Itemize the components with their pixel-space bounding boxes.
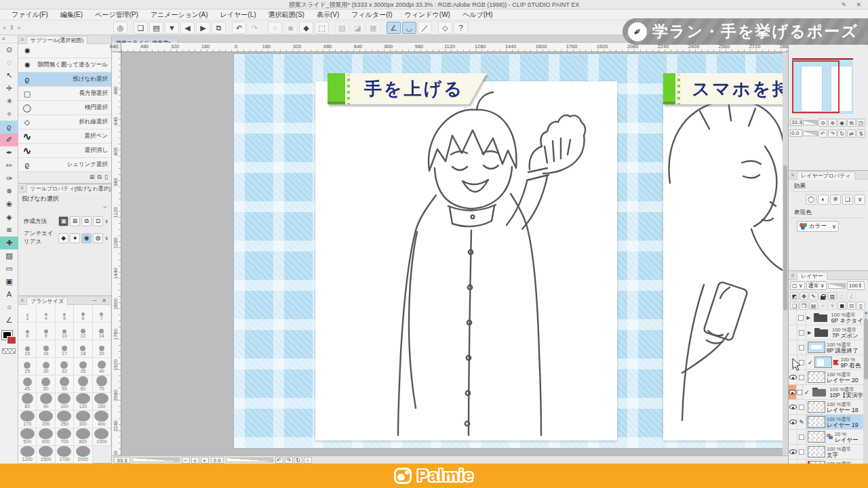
subtool-item-3[interactable]: ▢長方形選択 xyxy=(18,87,111,101)
blend-mode-select[interactable]: 通常 ∨ xyxy=(806,281,827,290)
next-page[interactable]: ▶ xyxy=(196,22,210,34)
aa-middle[interactable]: ◉ xyxy=(81,233,92,243)
brush-size-20[interactable]: 20 xyxy=(93,340,111,358)
brush-size-600[interactable]: 600 xyxy=(37,428,55,446)
reset-rotation[interactable]: ↻ xyxy=(837,129,846,138)
brush-size-150[interactable]: 150 xyxy=(93,393,111,411)
layer-row-0[interactable]: ▶100 %通常6P ネクタイ xyxy=(789,310,863,325)
subtool-panel-menu-icon[interactable]: ≡ xyxy=(18,37,26,43)
layer-panel-menu-icon[interactable]: ≡ xyxy=(789,272,797,279)
layer-visibility-cell[interactable] xyxy=(789,325,797,340)
remove-selection[interactable]: ⧉ xyxy=(81,216,92,226)
layer-visibility-cell[interactable] xyxy=(789,370,797,384)
brush-size-30[interactable]: 30 xyxy=(37,358,55,375)
brush-size-70[interactable]: 70 xyxy=(93,375,111,393)
layer-row-main[interactable]: ✓100 %9P 着色 xyxy=(806,355,863,369)
layer-row-4[interactable]: 100 %通常レイヤー 20 xyxy=(789,370,863,385)
create-new-selection[interactable]: ▣ xyxy=(58,216,68,226)
layer-check-cell[interactable] xyxy=(797,430,806,444)
fit-to-screen[interactable]: ◳ xyxy=(856,119,865,127)
tool-property-tab[interactable]: ツールプロパティ[投げなわ選択] xyxy=(26,184,111,192)
brush-size-800[interactable]: 800 xyxy=(74,428,92,446)
layer-panel-tab[interactable]: レイヤー xyxy=(797,272,827,280)
canvas-rotate-button[interactable]: ↶ xyxy=(275,457,283,464)
text-tool[interactable]: A xyxy=(0,288,18,301)
selection-border[interactable]: ⬚ xyxy=(315,22,329,34)
brush-size-10[interactable]: 10 xyxy=(56,323,74,340)
panel-collapse-arrows[interactable]: « ‖ « xyxy=(0,24,113,31)
flip-horizontal[interactable]: ⇄ xyxy=(847,129,856,138)
expand-arrow-icon[interactable]: ▶ xyxy=(807,315,811,321)
canvas-zoom-slider[interactable] xyxy=(132,458,180,462)
opacity-slider[interactable] xyxy=(828,283,846,289)
navigator-zoom-slider[interactable] xyxy=(803,120,818,125)
brush-size-300[interactable]: 300 xyxy=(74,411,92,428)
marker-tool[interactable]: ✐ xyxy=(0,134,18,146)
expression-color-select[interactable]: カラー ∨ xyxy=(797,221,839,232)
transfer-to-lower[interactable]: ▿ xyxy=(818,302,827,310)
layer-row-main[interactable]: 100 %通常8P 講座終了 xyxy=(806,340,863,354)
brush-size-tab[interactable]: ブラシサイズ xyxy=(26,297,68,305)
layer-row-main[interactable]: 20 %レイヤー xyxy=(806,430,863,444)
special-ruler-snap[interactable]: ∠ xyxy=(387,22,401,34)
menu-item-9[interactable]: ヘルプ(H) xyxy=(456,9,499,20)
layer-row-main[interactable]: 100 %通常レイヤー 19 xyxy=(806,415,863,429)
transparent-color-chip[interactable] xyxy=(2,348,16,354)
brush-size-2000[interactable]: 2000 xyxy=(74,446,92,464)
brush-size-1200[interactable]: 1200 xyxy=(18,446,37,464)
layer-visibility-cell[interactable] xyxy=(789,310,797,325)
airbrush-tool[interactable]: ✵ xyxy=(0,185,18,198)
layer-visibility-cell[interactable] xyxy=(789,385,797,399)
blend-tool[interactable]: ≋ xyxy=(0,224,18,237)
layer-row-6[interactable]: 100 %通常レイヤー 18 xyxy=(789,400,863,415)
decoration-tool[interactable]: ❀ xyxy=(0,198,18,211)
sub-color-chip[interactable] xyxy=(7,336,16,344)
prev-page[interactable]: ◀ xyxy=(180,22,195,34)
menu-item-8[interactable]: ウィンドウ(W) xyxy=(399,9,456,20)
canvas-rotate-button[interactable]: ↻ xyxy=(294,457,302,464)
subtool-item-2[interactable]: ϱ投げなわ選択 xyxy=(18,73,111,87)
navigate-tool[interactable]: ✳ xyxy=(0,95,18,108)
layer-row-9[interactable]: 100 %通常文字 xyxy=(789,445,863,460)
lock-icon[interactable]: ⌐ xyxy=(18,203,111,213)
brush-size-500[interactable]: 500 xyxy=(18,428,37,446)
brush-size-35[interactable]: 35 xyxy=(74,358,92,375)
pencil-tool[interactable]: ✏ xyxy=(0,159,18,172)
new-vector-layer[interactable]: ❒ xyxy=(800,302,808,310)
tone-effect[interactable]: ◐ xyxy=(818,195,829,205)
scroll-up-arrow[interactable]: ▲ xyxy=(863,310,868,317)
eyedropper-tool[interactable]: ✧ xyxy=(0,108,18,121)
halftone-effect[interactable]: ※ xyxy=(830,195,841,205)
brush-size-4[interactable]: 4 xyxy=(37,305,55,323)
undo[interactable]: ↶ xyxy=(232,22,246,34)
subtool-item-4[interactable]: ◯楕円選択 xyxy=(18,101,111,115)
zoom-100[interactable]: ◉ xyxy=(837,119,846,127)
draft-layer[interactable]: ✎ xyxy=(809,292,818,300)
snap-to-grid[interactable]: ▦ xyxy=(366,22,380,34)
layer-row-main[interactable]: 100 %通常レイヤー 18 xyxy=(806,400,863,414)
menu-item-2[interactable]: ページ管理(P) xyxy=(89,9,144,20)
save-file[interactable]: ▼ xyxy=(165,22,179,34)
layer-row-main[interactable]: ✓100 %通常10P【実演学ラン】 xyxy=(803,385,863,399)
layer-check-cell[interactable]: ✎ xyxy=(797,415,806,429)
select-overlap[interactable]: ⊡ xyxy=(93,216,103,226)
brush-size-170[interactable]: 170 xyxy=(18,411,37,428)
layer-visibility-cell[interactable] xyxy=(789,415,797,429)
brush-size-45[interactable]: 45 xyxy=(18,375,37,393)
layer-check-cell[interactable] xyxy=(797,385,803,399)
brush-size-menu-icon[interactable]: ≡ xyxy=(18,298,26,304)
layer-row-1[interactable]: ▶100 %通常7P ズボン xyxy=(789,325,863,340)
new-raster-layer[interactable]: ❑ xyxy=(790,302,799,310)
brush-size-32[interactable]: 32 xyxy=(56,358,74,375)
marquee-tool[interactable]: ◌ xyxy=(0,56,18,69)
brush-size-window-buttons[interactable]: ─ ✕ xyxy=(92,298,111,304)
rotate-left[interactable]: ↶ xyxy=(818,129,827,138)
brush-size-1000[interactable]: 1000 xyxy=(93,428,111,446)
canvas-zoom-value[interactable]: 33.3 xyxy=(114,457,130,464)
layer-row-8[interactable]: 20 %レイヤー xyxy=(789,430,863,445)
layer-visibility-cell[interactable] xyxy=(789,445,797,459)
clip-to-layer-below[interactable]: ◩ xyxy=(790,292,799,300)
deselect[interactable]: ◌ xyxy=(268,22,282,34)
reselect[interactable]: ◙ xyxy=(283,22,298,34)
ruler-range[interactable]: ∠ xyxy=(847,292,856,300)
